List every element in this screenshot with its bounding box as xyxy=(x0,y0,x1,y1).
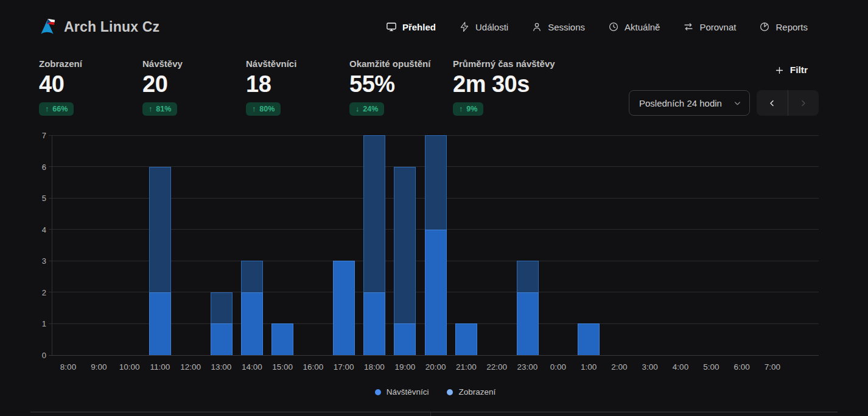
metric-change-value: 66% xyxy=(52,105,68,113)
metric-value: 40 xyxy=(39,71,64,97)
nav-item-reports[interactable]: Reports xyxy=(759,21,808,32)
metric-change-badge: ↑81% xyxy=(142,102,177,116)
metric-change-badge: ↑9% xyxy=(453,102,483,116)
nav-item-udalosti[interactable]: Události xyxy=(459,21,508,32)
legend-item-n-v-t-vn-ci[interactable]: Návštěvníci xyxy=(375,387,429,397)
metric-okam-it-opu-t-n-: Okamžité opuštění55%↓24% xyxy=(349,58,453,116)
arrow-up-icon: ↑ xyxy=(459,105,463,113)
nav-item-porovnat[interactable]: Porovnat xyxy=(683,21,736,32)
arrow-up-icon: ↑ xyxy=(149,105,152,113)
nav-item-prehled[interactable]: Přehled xyxy=(386,21,436,32)
nav-label: Porovnat xyxy=(699,22,736,32)
metric-change-badge: ↑80% xyxy=(246,102,281,116)
metric-value: 2m 30s xyxy=(453,71,530,97)
legend-label: Návštěvníci xyxy=(387,387,429,397)
next-period-button[interactable] xyxy=(788,90,819,116)
y-axis-tick-label: 0 xyxy=(42,351,46,360)
y-axis-tick-label: 3 xyxy=(42,256,46,266)
chevron-left-icon xyxy=(768,99,777,108)
date-pager xyxy=(757,90,819,116)
user-icon xyxy=(531,21,542,32)
y-axis-line xyxy=(52,135,52,355)
legend-dot-icon xyxy=(447,389,453,395)
chevron-right-icon xyxy=(799,99,808,108)
y-axis-tick-label: 5 xyxy=(42,194,46,203)
metric-n-v-t-vy: Návštěvy20↑81% xyxy=(142,58,246,116)
y-axis-tick-label: 6 xyxy=(42,162,46,171)
x-axis-tick-label: 7:00 xyxy=(753,362,792,372)
nav-label: Reports xyxy=(775,22,808,32)
nav-label: Přehled xyxy=(402,22,436,32)
traffic-bar-chart: 012345678:009:0010:0011:0012:0013:0014:0… xyxy=(52,135,819,355)
bar-n-v-t-vn-ci-13:00 xyxy=(211,323,233,355)
metric-label: Návštěvy xyxy=(142,58,183,69)
metric-change-badge: ↑66% xyxy=(39,102,74,116)
bar-n-v-t-vn-ci-17:00 xyxy=(333,261,355,355)
site-title: Arch Linux Cz xyxy=(64,19,159,35)
metric-change-value: 80% xyxy=(259,105,275,113)
metric-change-value: 24% xyxy=(363,105,378,113)
metric-pr-m-rn-as-n-v-t-vy: Průměrný čas návštěvy2m 30s↑9% xyxy=(453,58,555,116)
y-axis-tick-label: 1 xyxy=(42,319,46,328)
compare-arrows-icon xyxy=(683,21,694,32)
arrow-down-icon: ↓ xyxy=(355,105,359,113)
chart-legend: NávštěvníciZobrazení xyxy=(52,387,819,397)
metric-label: Návštěvníci xyxy=(246,58,296,69)
y-axis-tick-label: 2 xyxy=(42,287,46,297)
filter-button[interactable]: Filtr xyxy=(774,65,808,76)
metric-label: Okamžité opuštění xyxy=(349,58,430,69)
bar-n-v-t-vn-ci-14:00 xyxy=(241,292,263,355)
bar-n-v-t-vn-ci-1:00 xyxy=(578,323,600,355)
metric-value: 18 xyxy=(246,71,271,97)
pie-chart-icon xyxy=(759,21,770,32)
main-nav: Přehled Události Sessions xyxy=(386,21,808,32)
nav-item-sessions[interactable]: Sessions xyxy=(531,21,585,32)
metric-zobrazen-: Zobrazení40↑66% xyxy=(39,58,142,116)
legend-label: Zobrazení xyxy=(458,387,495,397)
y-axis-tick-label: 7 xyxy=(42,131,46,140)
metric-change-value: 81% xyxy=(156,105,171,113)
previous-period-button[interactable] xyxy=(757,90,788,116)
bar-n-v-t-vn-ci-23:00 xyxy=(517,292,539,355)
bar-n-v-t-vn-ci-20:00 xyxy=(425,230,447,355)
monitor-icon xyxy=(386,21,397,32)
bar-n-v-t-vn-ci-15:00 xyxy=(271,323,293,355)
legend-dot-icon xyxy=(375,389,381,395)
metric-value: 20 xyxy=(142,71,167,97)
metric-label: Průměrný čas návštěvy xyxy=(453,58,555,69)
plus-icon xyxy=(774,65,785,76)
metric-change-badge: ↓24% xyxy=(349,102,384,116)
arch-linux-logo-icon xyxy=(39,19,55,35)
nav-item-aktualne[interactable]: Aktuálně xyxy=(608,21,660,32)
nav-label: Aktuálně xyxy=(625,22,660,32)
filter-label: Filtr xyxy=(790,65,808,76)
metric-value: 55% xyxy=(349,71,395,97)
date-range-dropdown[interactable]: Posledních 24 hodin xyxy=(629,90,750,116)
date-range-value: Posledních 24 hodin xyxy=(639,98,722,108)
bar-n-v-t-vn-ci-19:00 xyxy=(394,323,416,355)
metrics-bar: Zobrazení40↑66%Návštěvy20↑81%Návštěvníci… xyxy=(39,58,555,116)
bar-n-v-t-vn-ci-11:00 xyxy=(149,292,171,355)
zap-icon xyxy=(459,21,470,32)
y-axis-tick-label: 4 xyxy=(42,225,46,234)
nav-label: Sessions xyxy=(548,22,585,32)
site-brand[interactable]: Arch Linux Cz xyxy=(39,19,159,35)
clock-icon xyxy=(608,21,619,32)
legend-item-zobrazen-[interactable]: Zobrazení xyxy=(447,387,495,397)
arrow-up-icon: ↑ xyxy=(252,105,256,113)
nav-label: Události xyxy=(475,22,508,32)
metric-change-value: 9% xyxy=(466,105,477,113)
header: Arch Linux Cz Přehled Události xyxy=(0,0,868,54)
metric-n-v-t-vn-ci: Návštěvníci18↑80% xyxy=(246,58,349,116)
bottom-section-divider xyxy=(30,412,838,412)
chevron-down-icon xyxy=(733,99,742,108)
arrow-up-icon: ↑ xyxy=(45,105,49,113)
bottom-section-column-divider xyxy=(430,412,431,416)
metric-label: Zobrazení xyxy=(39,58,82,69)
bar-n-v-t-vn-ci-21:00 xyxy=(455,323,477,355)
bar-n-v-t-vn-ci-18:00 xyxy=(363,292,385,355)
